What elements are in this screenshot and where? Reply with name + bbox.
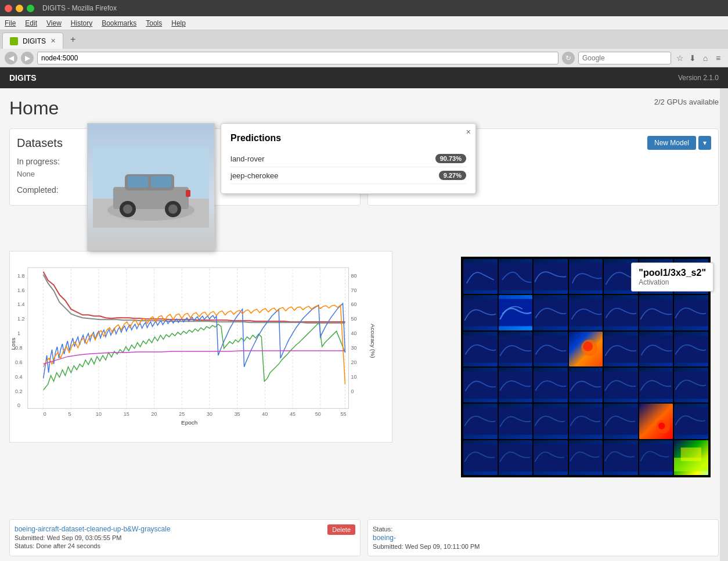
- activation-cell: [499, 259, 533, 294]
- predictions-close-button[interactable]: ×: [466, 127, 471, 136]
- menu-edit[interactable]: Edit: [25, 19, 37, 27]
- activation-cell-hot: [569, 332, 603, 366]
- svg-text:Loss: Loss: [10, 338, 16, 350]
- new-tab-button[interactable]: +: [66, 32, 80, 47]
- svg-point-10: [168, 204, 178, 214]
- menu-file[interactable]: File: [5, 19, 16, 27]
- home-icon[interactable]: ⌂: [700, 53, 711, 63]
- activation-cell: [534, 368, 568, 402]
- svg-text:50: 50: [315, 411, 321, 417]
- model-status-label: Status:: [373, 526, 392, 533]
- model-entry: Status: boeing- Submitted: Wed Sep 09, 1…: [367, 519, 719, 556]
- prediction-row-1: jeep-cherokee 9.27%: [230, 167, 466, 184]
- svg-rect-61: [463, 263, 498, 290]
- car-svg: [93, 146, 209, 228]
- tab-close-icon[interactable]: ✕: [51, 37, 56, 45]
- maximize-button[interactable]: [27, 5, 34, 12]
- predictions-title: Predictions: [230, 133, 466, 143]
- minimize-button[interactable]: [16, 5, 23, 12]
- search-input[interactable]: [578, 52, 671, 64]
- activation-cell: [499, 440, 533, 475]
- menu-history[interactable]: History: [71, 19, 92, 27]
- menu-icon[interactable]: ≡: [713, 53, 723, 63]
- svg-text:1.2: 1.2: [17, 316, 24, 322]
- menu-bookmarks[interactable]: Bookmarks: [102, 19, 136, 27]
- activation-cell: [499, 332, 533, 366]
- activation-cell: [639, 295, 673, 330]
- svg-text:20: 20: [351, 359, 356, 365]
- activation-cell: [569, 259, 603, 294]
- activation-cell: [639, 440, 673, 475]
- activation-cell: [569, 295, 603, 330]
- activation-map: "pool1/3x3_s2" Activation: [461, 257, 711, 477]
- activation-cell: [674, 404, 708, 438]
- svg-text:50: 50: [351, 316, 356, 322]
- svg-rect-71: [569, 299, 603, 326]
- delete-button[interactable]: Delete: [327, 524, 355, 535]
- svg-rect-102: [569, 444, 603, 471]
- svg-text:0.6: 0.6: [15, 359, 22, 365]
- activation-cell: [534, 332, 568, 366]
- main-content: Home 2/2 GPUs available Datasets New Dat…: [0, 88, 728, 561]
- menu-help[interactable]: Help: [171, 19, 186, 27]
- page-header: Home 2/2 GPUs available: [9, 98, 719, 119]
- download-icon[interactable]: ⬇: [687, 53, 698, 63]
- svg-text:55: 55: [341, 411, 347, 417]
- activation-cell: [604, 332, 638, 366]
- back-button[interactable]: ◀: [5, 52, 17, 64]
- refresh-button[interactable]: ↻: [562, 52, 575, 64]
- car-image: [88, 124, 214, 250]
- svg-text:80: 80: [351, 273, 356, 279]
- svg-rect-103: [604, 444, 638, 471]
- prediction-score-1: 9.27%: [439, 171, 466, 180]
- activation-cell: [499, 404, 533, 438]
- activation-cell: [674, 295, 708, 330]
- svg-text:40: 40: [351, 330, 356, 336]
- browser-titlebar: DIGITS - Mozilla Firefox: [0, 0, 728, 16]
- svg-rect-77: [534, 335, 568, 362]
- activation-cell: [569, 440, 603, 475]
- svg-text:35: 35: [235, 411, 240, 417]
- activation-cell: [534, 440, 568, 475]
- model-link[interactable]: boeing-: [373, 534, 396, 542]
- svg-text:Epoch: Epoch: [181, 419, 197, 426]
- svg-rect-94: [569, 408, 603, 435]
- dataset-submitted: Submitted: Wed Sep 09, 03:05:55 PM: [15, 534, 355, 541]
- activation-cell: [674, 368, 708, 402]
- address-bar: ◀ ▶ ↻ ☆ ⬇ ⌂ ≡: [0, 49, 728, 67]
- dataset-link[interactable]: boeing-aircraft-dataset-cleaned-up-b&W-g…: [15, 525, 171, 533]
- svg-text:5: 5: [68, 411, 71, 417]
- svg-text:1.8: 1.8: [17, 273, 24, 279]
- bottom-info-row: boeing-aircraft-dataset-cleaned-up-b&W-g…: [0, 515, 728, 561]
- examples-dropdown-button[interactable]: ▾: [698, 136, 711, 150]
- activation-cell: [604, 368, 638, 402]
- bookmark-icon[interactable]: ☆: [675, 53, 685, 63]
- svg-text:70: 70: [351, 287, 356, 293]
- tooltip-title: "pool1/3x3_s2": [639, 268, 706, 278]
- new-model-button[interactable]: New Model: [647, 136, 696, 150]
- active-tab[interactable]: DIGITS ✕: [2, 33, 63, 49]
- dataset-status: Status: Done after 24 seconds: [15, 542, 355, 549]
- scrollbar[interactable]: [720, 88, 728, 561]
- svg-text:0.4: 0.4: [15, 374, 22, 380]
- address-input[interactable]: [37, 52, 558, 64]
- svg-text:45: 45: [290, 411, 295, 417]
- forward-button[interactable]: ▶: [21, 52, 34, 64]
- svg-text:40: 40: [262, 411, 268, 417]
- close-button[interactable]: [5, 5, 12, 12]
- app-version: Version 2.1.0: [678, 74, 719, 82]
- menu-view[interactable]: View: [46, 19, 62, 27]
- svg-text:0.2: 0.2: [15, 389, 22, 394]
- activation-cell: [463, 404, 498, 438]
- activation-cell: [569, 368, 603, 402]
- svg-text:Accuracy (%): Accuracy (%): [370, 324, 376, 358]
- page-title: Home: [9, 98, 59, 119]
- svg-text:30: 30: [351, 345, 356, 351]
- svg-rect-81: [604, 335, 638, 362]
- svg-text:15: 15: [124, 411, 129, 417]
- svg-text:20: 20: [152, 411, 157, 417]
- svg-text:1: 1: [17, 330, 20, 336]
- prediction-label-1: jeep-cherokee: [230, 171, 278, 180]
- svg-rect-6: [151, 176, 171, 188]
- menu-tools[interactable]: Tools: [146, 19, 162, 27]
